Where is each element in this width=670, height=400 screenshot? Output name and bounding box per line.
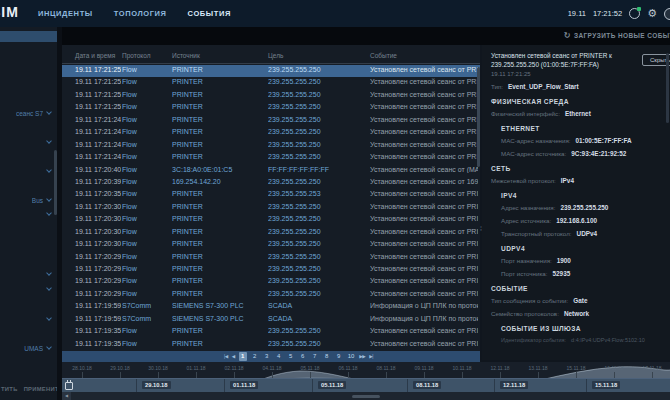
page-number[interactable]: 5	[287, 352, 295, 361]
event-details-body: Тип:Event_UDP_Flow_StartФИЗИЧЕСКАЯ СРЕДА…	[491, 83, 662, 343]
table-row[interactable]: 19.11 17:21:25FlowPRINTER239.255.255.250…	[62, 90, 480, 102]
table-row[interactable]: 19.11 17:20:30FlowPRINTER239.255.255.250…	[62, 202, 480, 214]
table-row[interactable]: 19.11 17:21:24FlowPRINTER239.255.255.250…	[62, 140, 480, 152]
details-scrollbar-thumb[interactable]	[666, 53, 669, 123]
table-row[interactable]: 19.11 17:20:30FlowPRINTER239.255.255.250…	[62, 239, 480, 251]
source-cell: 169.254.142.20	[172, 178, 266, 185]
table-row[interactable]: 19.11 17:19:59S7CommSIEMENS S7-300 PLCSC…	[62, 301, 480, 313]
sidebar-item[interactable]	[0, 136, 57, 148]
table-row[interactable]: 19.11 17:20:30FlowPRINTER239.255.255.250…	[62, 214, 480, 226]
sidebar-item[interactable]: UMAS	[0, 342, 57, 354]
page-number[interactable]: 1	[239, 352, 247, 361]
table-row[interactable]: 19.11 17:20:29FlowPRINTER239.255.255.250…	[62, 252, 480, 264]
table-row[interactable]: 19.11 17:21:25FlowPRINTER239.255.255.250…	[62, 77, 480, 89]
detail-subsection: IPV4Адрес назначения:239.255.255.250Адре…	[501, 192, 662, 237]
page-number[interactable]: 4	[275, 352, 283, 361]
page-number[interactable]: 3	[263, 352, 271, 361]
sidebar-item[interactable]	[0, 283, 57, 295]
sidebar-selected-filter[interactable]	[0, 31, 57, 42]
time-cell: 19.11 17:20:29	[75, 290, 121, 297]
table-row[interactable]: 19.11 17:20:30FlowPRINTER239.255.255.250…	[62, 227, 480, 239]
table-row[interactable]: 19.11 17:20:35FlowPRINTER239.255.255.253…	[62, 189, 480, 201]
tab-events[interactable]: СОБЫТИЯ	[188, 9, 231, 18]
field-label: Порт источника:	[501, 270, 547, 277]
user-profile-icon[interactable]	[664, 8, 670, 20]
event-cell: Установлен сетевой сеанс от PRIN...	[370, 228, 478, 235]
tab-topology[interactable]: ТОПОЛОГИЯ	[114, 9, 167, 18]
tab-incidents[interactable]: ИНЦИДЕНТЫ	[38, 9, 93, 18]
table-row[interactable]: 19.11 17:21:25FlowPRINTER239.255.255.250…	[62, 102, 480, 114]
details-resize-handle[interactable]: ⁞	[480, 225, 481, 232]
page-number[interactable]: 10	[347, 352, 356, 361]
time-cell: 19.11 17:21:24	[75, 153, 121, 160]
detail-subsection: UDPV4Порт назначения:1900Порт источника:…	[501, 245, 662, 277]
table-row[interactable]: 19.11 17:20:29FlowPRINTER239.255.255.250…	[62, 264, 480, 276]
field-label: Межсетевой протокол:	[491, 177, 556, 184]
table-row[interactable]: 19.11 17:20:29FlowPRINTER239.255.255.250…	[62, 289, 480, 301]
page-number[interactable]: 9	[335, 352, 343, 361]
prev-page-icon[interactable]: ◀	[232, 354, 235, 359]
source-cell: PRINTER	[172, 153, 266, 160]
column-header[interactable]: Событие	[370, 52, 397, 59]
column-header[interactable]: Протокол	[122, 52, 150, 59]
source-cell: PRINTER	[172, 253, 266, 260]
table-row[interactable]: 19.11 17:21:24FlowPRINTER239.255.255.250…	[62, 127, 480, 139]
sidebar-item[interactable]	[0, 208, 57, 220]
column-header[interactable]: Источник	[172, 52, 200, 59]
table-row[interactable]: 19.11 17:21:24FlowPRINTER239.255.255.250…	[62, 115, 480, 127]
protocol-cell: Flow	[122, 78, 170, 85]
target-cell: SCADA	[268, 302, 368, 309]
calendar-icon[interactable]	[65, 382, 73, 390]
sidebar-item[interactable]: Bus	[0, 194, 57, 206]
first-page-icon[interactable]: |◀	[224, 354, 228, 359]
timeline-scrollbar-thumb[interactable]	[352, 395, 380, 398]
last-page-icon[interactable]: ▶|	[369, 354, 373, 359]
timeline-brush-bar[interactable]: 29.10.1801.11.1805.11.1808.11.1812.11.18…	[62, 378, 670, 392]
notifications-icon[interactable]	[629, 8, 640, 19]
source-cell: PRINTER	[172, 240, 266, 247]
table-body: 19.11 17:21:25FlowPRINTER239.255.255.250…	[62, 65, 480, 351]
page-number[interactable]: 6	[299, 352, 307, 361]
page-number[interactable]: 8	[323, 352, 331, 361]
timeline-date-label: 10.11.18	[452, 365, 471, 371]
protocol-cell: Flow	[122, 265, 170, 272]
event-cell: Установлен сетевой сеанс от 169...	[370, 178, 478, 185]
clear-filters-button[interactable]: ТИТЬ	[1, 386, 18, 392]
settings-gear-icon[interactable]: ⚙	[647, 8, 657, 19]
page-number[interactable]: 2	[251, 352, 259, 361]
table-row[interactable]: 19.11 17:20:39Flow169.254.142.20239.255.…	[62, 177, 480, 189]
table-row[interactable]: 19.11 17:19:35FlowPRINTER239.255.255.250…	[62, 326, 480, 338]
time-cell: 19.11 17:21:25	[75, 91, 121, 98]
target-cell: FF:FF:FF:FF:FF:FF	[268, 166, 368, 173]
time-cell: 19.11 17:19:35	[75, 340, 121, 347]
protocol-cell: Flow	[122, 290, 170, 297]
event-cell: Установлен сетевой сеанс от PRIN...	[370, 153, 478, 160]
next-page-icon[interactable]: ▶▶	[359, 354, 365, 359]
apply-filters-button[interactable]: ПРИМЕНИТЬ	[24, 386, 57, 392]
load-new-events-button[interactable]: ↻ ЗАГРУЗИТЬ НОВЫЕ СОБЫТИЯ	[564, 31, 670, 40]
sidebar-item[interactable]	[0, 165, 57, 177]
time-cell: 19.11 17:21:24	[75, 141, 121, 148]
table-row[interactable]: 19.11 17:20:29FlowPRINTER239.255.255.250…	[62, 276, 480, 288]
table-row[interactable]: 19.11 17:19:35FlowPRINTER239.255.255.250…	[62, 339, 480, 351]
sidebar-item[interactable]	[0, 268, 57, 280]
scroll-left-arrow-icon[interactable]: ◀	[62, 392, 71, 400]
table-row[interactable]: 19.11 17:19:59S7CommSIEMENS S7-300 PLCSC…	[62, 314, 480, 326]
protocol-cell: S7Comm	[122, 302, 170, 309]
sidebar-item[interactable]: сеанс S7	[0, 107, 57, 119]
source-cell: PRINTER	[172, 128, 266, 135]
table-scrollbar-thumb[interactable]	[477, 67, 480, 167]
table-row[interactable]: 19.11 17:21:24FlowPRINTER239.255.255.250…	[62, 152, 480, 164]
section-header: IPV4	[501, 192, 662, 199]
table-row[interactable]: 19.11 17:20:40Flow3C:18:A0:0E:01:C5FF:FF…	[62, 165, 480, 177]
table-row[interactable]: 19.11 17:21:25FlowPRINTER239.255.255.250…	[62, 65, 480, 77]
timeline-date-label: 06.11.18	[338, 365, 357, 371]
app-logo: SIM	[0, 4, 19, 20]
page-number[interactable]: 7	[311, 352, 319, 361]
brush-divider	[494, 379, 495, 393]
sidebar-item[interactable]	[0, 313, 57, 325]
time-cell: 19.11 17:20:39	[75, 178, 121, 185]
column-header[interactable]: Цель	[268, 52, 283, 59]
column-header[interactable]: Дата и время	[75, 52, 115, 59]
timeline-scrollbar[interactable]: ◀	[62, 392, 670, 400]
